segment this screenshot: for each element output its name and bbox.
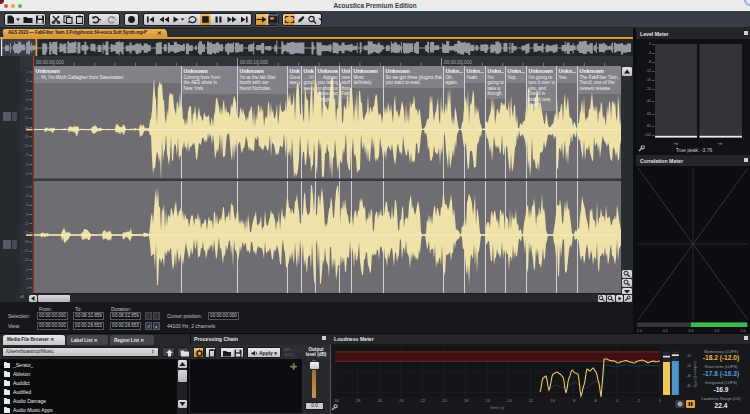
svg-text:-3: -3 bbox=[25, 172, 28, 176]
svg-text:-20: -20 bbox=[441, 399, 447, 403]
svg-text:-18: -18 bbox=[463, 399, 469, 403]
svg-text:-∞: -∞ bbox=[674, 141, 679, 146]
svg-text:-15: -15 bbox=[24, 249, 29, 253]
svg-text:-3: -3 bbox=[25, 286, 28, 290]
svg-text:-4: -4 bbox=[615, 399, 618, 403]
svg-text:booth with our: booth with our bbox=[240, 80, 269, 85]
svg-text:I'm at the fab filter: I'm at the fab filter bbox=[240, 75, 277, 80]
svg-text:friend Nicholas.: friend Nicholas. bbox=[240, 86, 272, 91]
svg-text:Yeah.: Yeah. bbox=[467, 75, 479, 80]
svg-text:new: new bbox=[342, 75, 351, 80]
svg-text:-12: -12 bbox=[646, 69, 651, 73]
svg-text:-16: -16 bbox=[484, 399, 490, 403]
svg-text:-17.8 (-16.3): -17.8 (-16.3) bbox=[703, 370, 739, 378]
svg-text:-9: -9 bbox=[25, 153, 28, 157]
svg-text:Unkn...: Unkn... bbox=[488, 68, 506, 74]
svg-text:-6: -6 bbox=[25, 203, 28, 207]
svg-text:Unknown: Unknown bbox=[354, 68, 378, 74]
svg-text:-12: -12 bbox=[24, 144, 29, 148]
svg-text:-24: -24 bbox=[398, 399, 404, 403]
svg-text:-28: -28 bbox=[355, 399, 361, 403]
svg-text:So we got three plugins that: So we got three plugins that bbox=[386, 75, 444, 80]
svg-text:↔ It's: ↔ It's bbox=[304, 75, 316, 80]
svg-text:0: 0 bbox=[659, 399, 661, 403]
svg-text:Unknown: Unknown bbox=[240, 68, 264, 74]
svg-text:Short-term (LUFS): Short-term (LUFS) bbox=[705, 364, 739, 369]
svg-text:-9: -9 bbox=[25, 268, 28, 272]
svg-text:-30: -30 bbox=[333, 399, 339, 403]
svg-text:-10: -10 bbox=[686, 354, 691, 358]
svg-text:definitely: definitely bbox=[354, 80, 373, 85]
svg-text:-60: -60 bbox=[646, 112, 651, 116]
svg-text:Unknown: Unknown bbox=[529, 68, 553, 74]
svg-text:going to: going to bbox=[488, 80, 505, 85]
svg-text:to show us: to show us bbox=[318, 86, 341, 91]
svg-text:New York.: New York. bbox=[184, 86, 205, 91]
svg-text:I'm going to: I'm going to bbox=[529, 75, 553, 80]
svg-text:though.: though. bbox=[488, 91, 503, 96]
svg-text:the AES show in: the AES show in bbox=[184, 80, 218, 85]
svg-text:The FabFilter Twin,: The FabFilter Twin, bbox=[580, 75, 619, 80]
svg-text:Yep.: Yep. bbox=[508, 75, 517, 80]
svg-text:00:00:20.000: 00:00:20.000 bbox=[444, 60, 472, 65]
svg-text:-8: -8 bbox=[648, 60, 651, 64]
svg-text:-100: -100 bbox=[644, 133, 651, 137]
svg-text:-14: -14 bbox=[506, 399, 512, 403]
svg-text:-9: -9 bbox=[25, 98, 28, 102]
svg-text:-16.9: -16.9 bbox=[713, 386, 728, 393]
svg-text:-1: -1 bbox=[25, 70, 28, 74]
svg-text:Unknown: Unknown bbox=[184, 68, 208, 74]
svg-text:Unknown: Unknown bbox=[36, 68, 60, 74]
svg-text:-12: -12 bbox=[528, 399, 534, 403]
svg-text:-3: -3 bbox=[25, 194, 28, 198]
svg-text:Unknown: Unknown bbox=[580, 68, 604, 74]
svg-text:-20: -20 bbox=[686, 364, 691, 368]
svg-text:-16: -16 bbox=[646, 78, 651, 82]
svg-text:Oh,: Oh, bbox=[446, 75, 453, 80]
svg-text:Twin3, one of the: Twin3, one of the bbox=[580, 80, 615, 85]
svg-text:↔ Hi, I'm Mitch Gallagher from: ↔ Hi, I'm Mitch Gallagher from Sweetwate… bbox=[36, 75, 125, 80]
svg-text:again.: again. bbox=[446, 80, 459, 85]
svg-text:Unkn...: Unkn... bbox=[446, 68, 464, 74]
svg-text:-12: -12 bbox=[24, 258, 29, 262]
svg-text:-15: -15 bbox=[24, 135, 29, 139]
svg-text:-3: -3 bbox=[25, 79, 28, 83]
svg-text:from: from bbox=[342, 86, 351, 91]
svg-text:00:00:00.000: 00:00:00.000 bbox=[36, 60, 64, 65]
svg-text:-6: -6 bbox=[25, 163, 28, 167]
svg-text:-10: -10 bbox=[549, 399, 555, 403]
svg-text:-2: -2 bbox=[637, 399, 640, 403]
svg-text:-20: -20 bbox=[646, 87, 651, 91]
svg-text:things.: things. bbox=[318, 97, 332, 102]
svg-text:Unkn...: Unkn... bbox=[508, 68, 526, 74]
svg-text:you want to read.: you want to read. bbox=[386, 80, 421, 85]
svg-text:Yes.: Yes. bbox=[559, 75, 568, 80]
svg-text:Unknown: Unknown bbox=[386, 68, 410, 74]
svg-text:Loudness (LUFS): Loudness (LUFS) bbox=[693, 361, 697, 388]
svg-text:-4: -4 bbox=[648, 51, 651, 55]
svg-text:Momentary (LUFS): Momentary (LUFS) bbox=[704, 349, 739, 354]
svg-text:turn it over to: turn it over to bbox=[529, 80, 556, 85]
svg-text:-6: -6 bbox=[25, 277, 28, 281]
svg-text:take a: take a bbox=[488, 86, 501, 91]
svg-text:-40: -40 bbox=[686, 384, 691, 388]
svg-text:Twin3 is: Twin3 is bbox=[529, 91, 546, 96]
svg-text:-30: -30 bbox=[686, 374, 691, 378]
svg-text:-9: -9 bbox=[25, 213, 28, 217]
svg-text:I'm: I'm bbox=[488, 75, 494, 80]
svg-text:some cool: some cool bbox=[318, 91, 339, 96]
svg-text:-∞: -∞ bbox=[718, 141, 723, 146]
svg-text:0: 0 bbox=[649, 42, 651, 46]
svg-text:-6: -6 bbox=[25, 89, 28, 93]
svg-text:-40: -40 bbox=[646, 99, 651, 103]
svg-text:-6: -6 bbox=[594, 399, 597, 403]
svg-text:-15: -15 bbox=[24, 231, 29, 235]
svg-text:Loudness Range (LU): Loudness Range (LU) bbox=[701, 396, 741, 401]
svg-text:brand new,: brand new, bbox=[529, 97, 551, 102]
svg-text:-1: -1 bbox=[25, 185, 28, 189]
svg-text:-22: -22 bbox=[420, 399, 426, 403]
svg-text:Integrated (LUFS): Integrated (LUFS) bbox=[705, 380, 738, 385]
svg-text:stuff: stuff bbox=[342, 80, 351, 85]
svg-text:Time (s): Time (s) bbox=[490, 405, 505, 410]
svg-text:-80: -80 bbox=[646, 124, 651, 128]
